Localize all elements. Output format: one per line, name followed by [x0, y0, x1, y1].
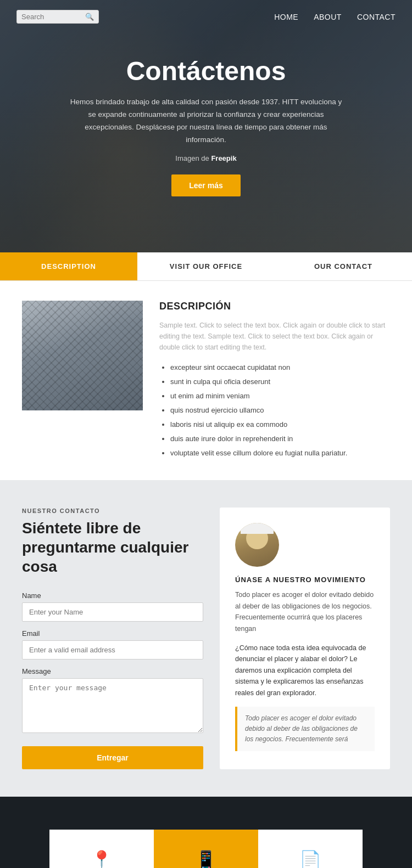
contact-title: Siéntete libre de preguntarme cualquier …	[22, 518, 203, 576]
search-box[interactable]: 🔍	[16, 10, 99, 24]
submit-button[interactable]: Entregar	[22, 746, 203, 769]
footer-cards: 📍 DIRECCIÓN 27 13 Refugio Lowe 📱 TELÉFON…	[22, 830, 390, 868]
search-input[interactable]	[21, 13, 82, 21]
contact-form-column: NUESTRO CONTACTO Siéntete libre de pregu…	[22, 508, 203, 769]
hero-attribution: Imagen de Freepik	[66, 154, 346, 162]
message-form-group: Message	[22, 667, 203, 735]
nav-about[interactable]: ABOUT	[314, 13, 342, 21]
footer-card-email: 📄 CORREO ELECTRÓNICO negocio@info.com	[258, 830, 363, 868]
tab-our-contact[interactable]: OUR CONTACT	[275, 252, 412, 280]
email-form-group: Email	[22, 629, 203, 660]
hero-cta-button[interactable]: Leer más	[171, 174, 240, 196]
message-label: Message	[22, 667, 203, 675]
nav-home[interactable]: HOME	[274, 13, 298, 21]
quote-block: Todo placer es acoger el dolor evitado d…	[235, 707, 375, 752]
email-icon: 📄	[269, 849, 352, 868]
footer: 📍 DIRECCIÓN 27 13 Refugio Lowe 📱 TELÉFON…	[0, 797, 412, 868]
address-icon: 📍	[60, 849, 143, 868]
description-sample-text: Sample text. Click to select the text bo…	[159, 320, 390, 353]
description-text: DESCRIPCIÓN Sample text. Click to select…	[159, 301, 390, 460]
nav-links: HOME ABOUT CONTACT	[274, 13, 396, 21]
tab-visit-office[interactable]: VISIT OUR OFFICE	[137, 252, 275, 280]
name-form-group: Name	[22, 591, 203, 622]
worker-avatar	[235, 523, 279, 567]
list-item: ut enim ad minim veniam	[170, 389, 390, 403]
list-item: excepteur sint occaecat cupidatat non	[170, 360, 390, 375]
list-item: sunt in culpa qui oficia deserunt	[170, 375, 390, 389]
info-paragraph-2: ¿Cómo nace toda esta idea equivocada de …	[235, 642, 375, 699]
quote-text: Todo placer es acoger el dolor evitado d…	[245, 714, 358, 743]
contact-info-column: ÚNASE A NUESTRO MOVIMIENTO Todo placer e…	[220, 508, 390, 769]
message-textarea[interactable]	[22, 678, 203, 733]
hero-description: Hemos brindado trabajo de alta calidad c…	[66, 96, 346, 146]
tabs-row: DESCRIPTION VISIT OUR OFFICE OUR CONTACT	[0, 252, 412, 281]
email-label: Email	[22, 629, 203, 638]
hero-attribution-brand: Freepik	[211, 154, 236, 162]
search-icon: 🔍	[85, 13, 94, 21]
list-item: laboris nisi ut aliquip ex ea commodo	[170, 418, 390, 432]
navbar: 🔍 HOME ABOUT CONTACT	[0, 0, 412, 33]
list-item: quis nostrud ejercicio ullamco	[170, 403, 390, 418]
hero-section: Contáctenos Hemos brindado trabajo de al…	[0, 0, 412, 252]
footer-card-phone: 📱 TELÉFONO +111-343-43-43	[154, 830, 258, 868]
description-content: DESCRIPCIÓN Sample text. Click to select…	[0, 281, 412, 480]
nav-contact[interactable]: CONTACT	[357, 13, 396, 21]
contact-section: NUESTRO CONTACTO Siéntete libre de pregu…	[0, 480, 412, 797]
phone-icon: 📱	[165, 849, 247, 868]
hero-title: Contáctenos	[66, 56, 346, 86]
email-input[interactable]	[22, 640, 203, 660]
contact-section-label: NUESTRO CONTACTO	[22, 508, 203, 514]
description-heading: DESCRIPCIÓN	[159, 301, 390, 312]
name-label: Name	[22, 591, 203, 600]
hero-content: Contáctenos Hemos brindado trabajo de al…	[0, 56, 412, 196]
footer-card-address: 📍 DIRECCIÓN 27 13 Refugio Lowe	[49, 830, 154, 868]
tabs-section: DESCRIPTION VISIT OUR OFFICE OUR CONTACT…	[0, 252, 412, 480]
list-item: duis aute irure dolor in reprehenderit i…	[170, 432, 390, 446]
name-input[interactable]	[22, 602, 203, 622]
info-paragraph-1: Todo placer es acoger el dolor evitado d…	[235, 589, 375, 635]
description-list: excepteur sint occaecat cupidatat non su…	[159, 360, 390, 460]
tab-description[interactable]: DESCRIPTION	[0, 252, 137, 280]
movement-heading: ÚNASE A NUESTRO MOVIMIENTO	[235, 576, 375, 584]
list-item: voluptate velit esse cillum dolore eu fu…	[170, 446, 390, 460]
description-image	[22, 301, 143, 410]
